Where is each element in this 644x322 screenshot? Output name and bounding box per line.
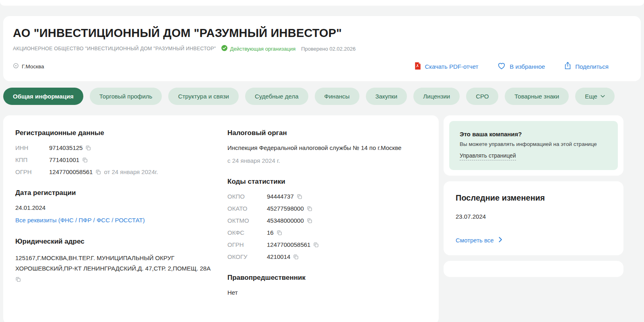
see-all-changes-link[interactable]: Смотреть все: [456, 237, 502, 244]
tax-authority-title: Налоговый орган: [227, 129, 427, 137]
row-label: ИНН: [15, 144, 49, 151]
copy-icon[interactable]: [82, 157, 88, 163]
registration-row: ОГРН 1247700058561 от 24 января 2024г.: [15, 168, 227, 175]
tab[interactable]: Структура и связи: [168, 88, 239, 105]
row-label: ОКПО: [227, 193, 267, 200]
copy-icon[interactable]: [307, 206, 312, 211]
copy-icon[interactable]: [277, 230, 282, 236]
row-label: ОГРН: [227, 241, 267, 248]
share-icon: [564, 62, 571, 71]
row-label: ОКТМО: [227, 217, 267, 224]
tab[interactable]: СРО: [466, 88, 498, 105]
tab[interactable]: Торговый профиль: [90, 88, 162, 105]
tab-bar: Общая информация Торговый профиль Структ…: [3, 88, 641, 105]
row-value: 771401001: [49, 156, 79, 163]
latest-changes-date: 23.07.2024: [456, 213, 611, 220]
chevron-right-icon: [499, 237, 502, 244]
tab-label: Закупки: [376, 93, 398, 100]
tab[interactable]: Финансы: [315, 88, 359, 105]
share-button[interactable]: Поделиться: [564, 62, 609, 71]
copy-icon[interactable]: [313, 242, 319, 248]
legal-address-title: Юридический адрес: [15, 238, 227, 246]
row-label: КПП: [15, 156, 49, 163]
statistics-codes-title: Коды статистики: [227, 178, 427, 186]
page-title: АО "ИНВЕСТИЦИОННЫЙ ДОМ "РАЗУМНЫЙ ИНВЕСТО…: [13, 27, 631, 40]
tab[interactable]: Закупки: [366, 88, 407, 105]
row-value: 1247700058561: [49, 168, 93, 175]
statistics-codes-section: Коды статистики ОКПО 94444737 ОКАТО 4527…: [227, 178, 427, 260]
status-label: Действующая организация: [230, 46, 295, 52]
latest-changes-title: Последние изменения: [456, 193, 611, 203]
copy-icon[interactable]: [85, 145, 91, 151]
statistics-row: ОКОГУ 4210014: [227, 253, 427, 260]
download-pdf-label: Скачать PDF-отчет: [425, 63, 479, 70]
statistics-row: ОГРН 1247700058561: [227, 241, 427, 248]
share-label: Поделиться: [575, 63, 609, 70]
tab[interactable]: Лицензии: [413, 88, 460, 105]
tab-label: Финансы: [324, 93, 350, 100]
info-middle-column: Налоговый орган Инспекция Федеральной на…: [227, 129, 427, 312]
row-label: ОГРН: [15, 168, 49, 175]
statistics-row: ОКПО 94444737: [227, 193, 427, 200]
predecessor-section: Правопредшественник Нет: [227, 274, 427, 296]
tab-label: Товарные знаки: [514, 93, 559, 100]
status-badge: Действующая организация: [221, 45, 295, 52]
copy-icon[interactable]: [15, 277, 21, 282]
company-subtitle-row: АКЦИОНЕРНОЕ ОБЩЕСТВО "ИНВЕСТИЦИОННЫЙ ДОМ…: [13, 45, 631, 52]
own-company-panel: Это ваша компания? Вы можете управлять и…: [449, 121, 618, 170]
site-header-edge: [0, 0, 644, 6]
tab[interactable]: Товарные знаки: [505, 88, 569, 105]
company-header-card: АО "ИНВЕСТИЦИОННЫЙ ДОМ "РАЗУМНЫЙ ИНВЕСТО…: [3, 16, 641, 81]
legal-address-section: Юридический адрес 125167,Г.МОСКВА,ВН.ТЕР…: [15, 238, 227, 284]
tab-label: Общая информация: [13, 93, 74, 100]
own-company-title: Это ваша компания?: [460, 131, 607, 137]
row-value: 9714035125: [49, 144, 83, 151]
geo-icon: [13, 63, 19, 70]
tab-label: Еще: [585, 93, 597, 100]
content-area: Регистрационные данные ИНН 9714035125 КП…: [3, 115, 641, 322]
row-label: ОКФС: [227, 229, 267, 236]
row-value: 1247700058561: [267, 241, 310, 248]
statistics-row: ОКТМО 45348000000: [227, 217, 427, 224]
tab-label: Торговый профиль: [99, 93, 153, 100]
copy-icon[interactable]: [297, 194, 302, 199]
legal-address-value: 125167,Г.МОСКВА,ВН.ТЕР.Г. МУНИЦИПАЛЬНЫЙ …: [15, 253, 219, 273]
heart-icon: [497, 62, 506, 71]
statistics-row: ОКФС 16: [227, 229, 427, 236]
tax-authority-value: Инспекция Федеральной налоговой службы №…: [227, 144, 421, 151]
next-sidebar-card: [444, 261, 623, 277]
registration-row: ИНН 9714035125: [15, 144, 227, 151]
row-value: 45277598000: [267, 205, 304, 212]
row-suffix: от 24 января 2024г.: [104, 168, 158, 175]
sidebar: Это ваша компания? Вы можете управлять и…: [444, 115, 623, 277]
tab-label: Лицензии: [423, 93, 450, 100]
tab[interactable]: Общая информация: [3, 88, 83, 105]
copy-icon[interactable]: [307, 218, 312, 224]
info-left-column: Регистрационные данные ИНН 9714035125 КП…: [15, 129, 227, 312]
manage-page-link[interactable]: Управлять страницей: [460, 152, 516, 160]
verified-label: Проверено 02.02.2026: [301, 46, 355, 52]
favorite-label: В избранное: [510, 63, 545, 70]
tab[interactable]: Судебные дела: [245, 88, 308, 105]
all-requisites-link[interactable]: Все реквизиты (ФНС / ПФР / ФСС / РОССТАТ…: [15, 217, 145, 224]
pdf-file-icon: [415, 62, 421, 71]
tax-authority-section: Налоговый орган Инспекция Федеральной на…: [227, 129, 427, 164]
tab-label: Судебные дела: [255, 93, 299, 100]
chevron-down-icon: [601, 95, 605, 98]
copy-icon[interactable]: [293, 254, 299, 260]
registration-data-title: Регистрационные данные: [15, 129, 227, 137]
download-pdf-button[interactable]: Скачать PDF-отчет: [415, 62, 479, 71]
header-bottom-row: Г.Москва Скачать PDF-отчет В избранное П…: [13, 62, 631, 71]
registration-date-value: 24.01.2024: [15, 204, 227, 211]
tax-authority-since: с 24 января 2024 г.: [227, 157, 427, 164]
tab-label: СРО: [476, 93, 489, 100]
see-all-label: Смотреть все: [456, 237, 494, 244]
copy-icon[interactable]: [95, 169, 101, 175]
latest-changes-card: Последние изменения 23.07.2024 Смотреть …: [444, 181, 623, 255]
own-company-text: Вы можете управлять информацией на этой …: [460, 141, 607, 147]
favorite-button[interactable]: В избранное: [497, 62, 545, 71]
company-location: Г.Москва: [13, 63, 44, 70]
tab[interactable]: Еще: [575, 88, 615, 105]
row-value: 16: [267, 229, 274, 236]
row-value: 4210014: [267, 253, 290, 260]
